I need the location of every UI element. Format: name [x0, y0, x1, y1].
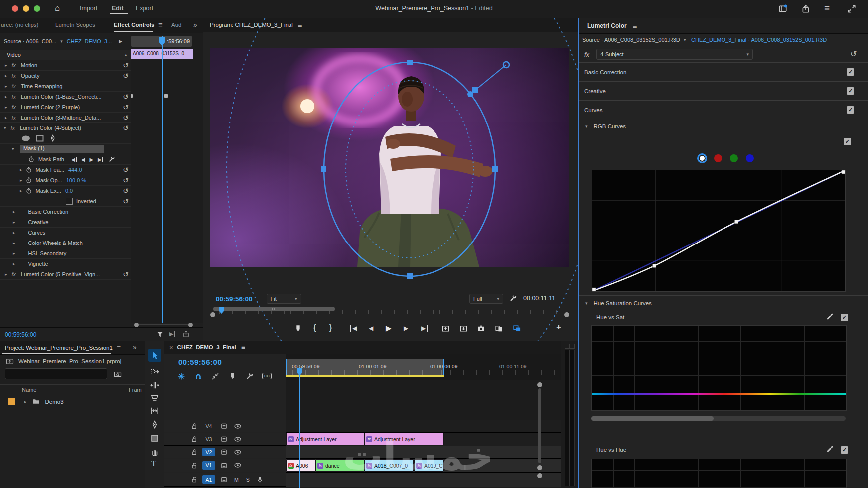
section-curves[interactable]: ▸ Curves	[0, 228, 131, 238]
creative-checkbox[interactable]: ✓	[847, 87, 854, 95]
track-target-v4[interactable]: V4	[202, 422, 215, 430]
reset-icon[interactable]: ↺	[123, 177, 129, 184]
mask-expansion-value[interactable]: 0.0	[65, 188, 73, 194]
lock-icon[interactable]	[190, 476, 198, 483]
column-name[interactable]: Name	[22, 387, 36, 393]
hand-tool[interactable]	[150, 447, 159, 456]
workspaces-menu-icon[interactable]: ≡	[824, 3, 830, 14]
step-mask-back-icon[interactable]: ◀	[81, 157, 85, 162]
rgb-curves-header[interactable]: ▾ RGB Curves	[579, 119, 868, 134]
effect-row-lumetri-3[interactable]: ▸fx Lumetri Color (3-Midtone_Deta... ↺	[0, 113, 131, 123]
effect-row-opacity[interactable]: ▸fx Opacity ↺	[0, 71, 131, 81]
channel-white-button[interactable]	[697, 153, 707, 163]
channel-red-button[interactable]	[714, 154, 722, 162]
tab-source-monitor[interactable]: urce: (no clips)	[1, 22, 38, 28]
create-rect-mask-icon[interactable]	[36, 135, 44, 142]
lumetri-section-curves[interactable]: Curves ✓	[579, 101, 868, 119]
track-settings-icon[interactable]	[220, 422, 228, 430]
effect-row-lumetri-4[interactable]: ▾fx Lumetri Color (4-Subject) ↺	[0, 123, 131, 133]
mask-row[interactable]: ▾ Mask (1)	[0, 144, 131, 154]
quick-export-icon[interactable]	[801, 4, 810, 13]
reset-icon[interactable]: ↺	[123, 114, 129, 121]
timeline-vscroll-handle[interactable]	[537, 465, 542, 470]
curves-checkbox[interactable]: ✓	[847, 106, 854, 114]
lumetri-clip-link[interactable]: CHEZ_DEMO_3_Final · A006_C008_03152S_001…	[691, 37, 827, 43]
section-basic-correction[interactable]: ▸ Basic Correction	[0, 207, 131, 217]
mask-tracking-options-icon[interactable]	[108, 156, 115, 163]
type-tool[interactable]: T	[151, 459, 156, 468]
reset-icon[interactable]: ↺	[123, 187, 129, 194]
media-browser-search-icon[interactable]	[114, 370, 122, 378]
lumetri-scrollbar-thumb[interactable]	[591, 416, 714, 421]
effect-row-lumetri-1[interactable]: ▸fx Lumetri Color (1-Base_Correcti... ↺	[0, 92, 131, 102]
track-mask-back-icon[interactable]: ◀	[71, 157, 77, 162]
mask-feather-value[interactable]: 444.0	[68, 167, 82, 173]
track-target-v3[interactable]: V3	[202, 435, 215, 443]
reset-icon[interactable]: ↺	[123, 72, 129, 79]
program-scrubber[interactable]	[203, 306, 578, 319]
eye-icon[interactable]	[234, 461, 242, 469]
show-keyframes-icon[interactable]: ▶	[119, 39, 122, 44]
track-settings-icon[interactable]	[220, 435, 228, 443]
timeline-vscroll-handle[interactable]	[537, 473, 542, 478]
razor-tool[interactable]	[150, 393, 159, 402]
tab-lumetri-scopes[interactable]: Lumetri Scopes	[55, 22, 95, 28]
ripple-edit-tool[interactable]	[150, 381, 159, 390]
play-audio-preview-icon[interactable]: ▶	[169, 331, 175, 337]
step-mask-fwd-icon[interactable]: ▶	[98, 157, 103, 162]
hue-spectrum-line[interactable]	[592, 393, 846, 395]
solo-button[interactable]: S	[246, 477, 250, 483]
program-timecode[interactable]: 00:59:56:00	[216, 295, 253, 303]
track-settings-icon[interactable]	[220, 448, 228, 456]
lumetri-panel-tab[interactable]: Lumetri Color	[587, 22, 627, 29]
reset-icon[interactable]: ↺	[123, 104, 129, 111]
export-frame-icon[interactable]	[477, 324, 485, 333]
add-marker-icon[interactable]	[229, 372, 237, 380]
lock-icon[interactable]	[190, 448, 198, 456]
scrubber-handle-right[interactable]	[564, 312, 569, 317]
program-monitor-tab[interactable]: Program: CHEZ_DEMO_3_Final	[210, 22, 293, 28]
ec-mini-ruler[interactable]: :59:56:09	[131, 36, 192, 47]
rectangle-tool[interactable]	[151, 434, 159, 442]
track-settings-icon[interactable]	[220, 476, 228, 483]
timeline-vscroll-handle[interactable]	[537, 382, 542, 387]
column-frame-rate[interactable]: Fram	[129, 387, 142, 393]
workspace-icon[interactable]	[778, 4, 787, 13]
keyframe-icon[interactable]	[131, 94, 133, 98]
comparison-view-icon[interactable]	[495, 324, 503, 333]
program-video-frame[interactable]	[210, 48, 569, 267]
lock-icon[interactable]	[190, 435, 198, 443]
create-ellipse-mask-icon[interactable]	[21, 135, 31, 142]
linked-selection-icon[interactable]	[211, 372, 219, 380]
project-bin-row[interactable]: ▸ Demo3	[0, 395, 145, 408]
up-folder-icon[interactable]	[6, 357, 14, 365]
timeline-vscroll-track[interactable]	[538, 388, 541, 463]
effect-row-time-remapping[interactable]: ▸fx Time Remapping	[0, 81, 131, 92]
eye-icon[interactable]	[234, 422, 242, 430]
tab-overflow-icon[interactable]: »	[193, 21, 197, 29]
sequence-link[interactable]: CHEZ_DEMO_3...	[67, 38, 112, 44]
tab-overflow-icon[interactable]: »	[133, 343, 137, 351]
hue-vs-hue-checkbox[interactable]: ✓	[841, 446, 848, 454]
snap-magnet-icon[interactable]	[194, 372, 202, 380]
lumetri-effect-select[interactable]: 4-Subject▾	[596, 49, 753, 60]
extract-icon[interactable]	[459, 324, 468, 333]
eyedropper-icon[interactable]	[826, 313, 834, 320]
go-to-in-icon[interactable]: ◀	[350, 325, 357, 332]
scrollbar-handle[interactable]	[188, 323, 193, 327]
ec-bottom-timecode[interactable]: 00:59:56:00	[5, 331, 36, 338]
lumetri-section-basic[interactable]: Basic Correction ✓	[579, 63, 868, 81]
scrubber-handle-left[interactable]	[210, 312, 215, 317]
go-to-out-icon[interactable]: ▶	[421, 325, 428, 332]
track-target-v1[interactable]: V1	[202, 461, 215, 470]
video-section-header[interactable]: Video ▴	[0, 50, 131, 60]
expand-bin-icon[interactable]: ▸	[24, 399, 27, 404]
selection-tool[interactable]	[148, 349, 161, 362]
step-back-icon[interactable]: ◀	[369, 325, 373, 332]
section-color-wheels[interactable]: ▸ Color Wheels & Match	[0, 238, 131, 248]
reset-icon[interactable]: ↺	[123, 166, 129, 173]
track-target-v2[interactable]: V2	[202, 448, 215, 456]
filter-effects-icon[interactable]	[156, 331, 164, 338]
zoom-level-select[interactable]: Fit▾	[267, 294, 301, 304]
section-vignette[interactable]: ▸ Vignette	[0, 259, 131, 269]
